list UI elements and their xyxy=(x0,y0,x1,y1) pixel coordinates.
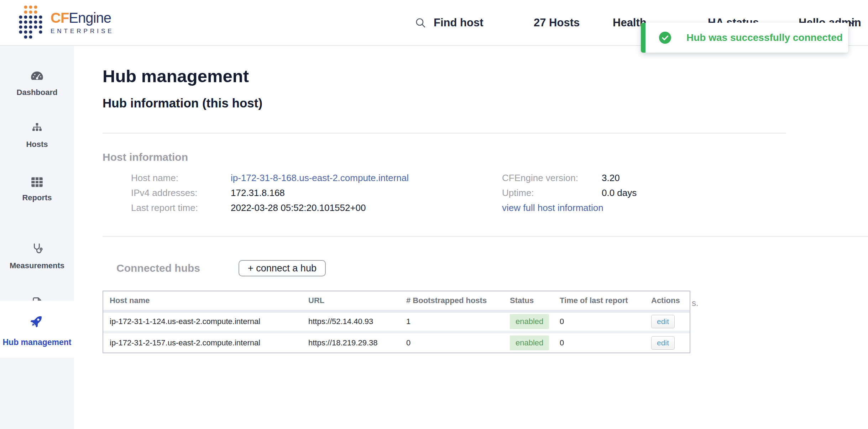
host-name-link[interactable]: ip-172-31-8-168.us-east-2.compute.intern… xyxy=(231,173,409,183)
edit-button[interactable]: edit xyxy=(651,336,675,350)
uptime-value: 0.0 days xyxy=(602,185,637,200)
cfengine-logo-text: CFEngine ENTERPRISE xyxy=(51,10,114,35)
main-content: Hub management Hub information (this hos… xyxy=(74,46,868,429)
check-circle-icon xyxy=(659,31,671,44)
edit-button[interactable]: edit xyxy=(651,315,675,328)
cell-url: https://18.219.29.38 xyxy=(302,332,400,353)
cfengine-version-value: 3.20 xyxy=(602,170,637,185)
reports-icon xyxy=(31,177,43,187)
toast-notification: Hub was successfully connected xyxy=(641,23,848,53)
hub-management-icon xyxy=(30,313,45,328)
host-information-heading: Host information xyxy=(103,151,868,164)
col-status: Status xyxy=(503,291,553,311)
hosts-icon xyxy=(31,123,43,134)
cell-url: https://52.14.40.93 xyxy=(302,311,400,332)
cfengine-logo[interactable]: CFEngine ENTERPRISE xyxy=(19,5,114,40)
table-row: ip-172-31-2-157.us-east-2.compute.intern… xyxy=(103,332,690,353)
cell-last-report: 0 xyxy=(553,311,645,332)
connect-a-hub-button[interactable]: + connect a hub xyxy=(239,260,326,276)
cell-bootstrapped: 1 xyxy=(400,311,503,332)
stray-text-fragment: s. xyxy=(692,298,699,308)
sidebar-item-label: Hosts xyxy=(26,140,48,149)
cell-bootstrapped: 0 xyxy=(400,332,503,353)
cell-host-name: ip-172-31-2-157.us-east-2.compute.intern… xyxy=(103,332,302,353)
connected-hubs-header-row: Connected hubs + connect a hub xyxy=(103,260,868,276)
sidebar-item-label: Reports xyxy=(22,193,52,202)
sidebar-item-reports[interactable]: Reports xyxy=(0,177,74,202)
hosts-count-label: 27 Hosts xyxy=(534,16,580,29)
sidebar-item-label: Hub management xyxy=(3,336,72,348)
cfengine-logo-mark-icon xyxy=(19,5,43,40)
logo-engine: Engine xyxy=(69,10,111,26)
page-title: Hub management xyxy=(103,66,868,86)
host-name-label: Host name: xyxy=(131,170,231,185)
logo-enterprise: ENTERPRISE xyxy=(51,28,114,35)
table-header-row: Host name URL # Bootstrapped hosts Statu… xyxy=(103,291,690,311)
col-url: URL xyxy=(302,291,400,311)
table-row: ip-172-31-1-124.us-east-2.compute.intern… xyxy=(103,311,690,332)
sidebar-item-measurements[interactable]: Measurements xyxy=(0,243,74,270)
host-info-right: CFEngine version: 3.20 Uptime: 0.0 days … xyxy=(502,170,637,215)
col-bootstrapped-hosts: # Bootstrapped hosts xyxy=(400,291,503,311)
hosts-count-button[interactable]: 27 Hosts xyxy=(534,0,580,45)
status-badge: enabled xyxy=(510,314,549,329)
cfengine-version-label: CFEngine version: xyxy=(502,170,602,185)
sidebar-item-hub-management[interactable]: Hub management xyxy=(0,301,74,358)
cell-last-report: 0 xyxy=(553,332,645,353)
col-time-of-last-report: Time of last report xyxy=(553,291,645,311)
divider xyxy=(103,133,786,134)
chevron-down-icon[interactable] xyxy=(847,17,857,27)
find-host-label: Find host xyxy=(434,16,483,29)
col-host-name: Host name xyxy=(103,291,302,311)
dashboard-icon xyxy=(30,71,44,82)
connected-hubs-heading: Connected hubs xyxy=(116,262,200,275)
find-host-button[interactable]: Find host xyxy=(414,0,483,45)
connected-hubs-table: Host name URL # Bootstrapped hosts Statu… xyxy=(103,291,690,353)
status-badge: enabled xyxy=(510,335,549,350)
page-subtitle: Hub information (this host) xyxy=(103,96,868,111)
toast-message: Hub was successfully connected xyxy=(686,32,843,43)
sidebar-item-label: Measurements xyxy=(10,261,64,270)
measurements-icon xyxy=(31,243,43,255)
cell-host-name: ip-172-31-1-124.us-east-2.compute.intern… xyxy=(103,311,302,332)
sidebar-item-hosts[interactable]: Hosts xyxy=(0,123,74,149)
ipv4-label: IPv4 addresses: xyxy=(131,185,231,200)
sidebar: Dashboard Hosts xyxy=(0,46,74,429)
host-info-left: Host name: ip-172-31-8-168.us-east-2.com… xyxy=(131,170,868,215)
col-actions: Actions xyxy=(645,291,690,311)
toast-accent-bar xyxy=(641,23,645,53)
host-information-section: Host name: ip-172-31-8-168.us-east-2.com… xyxy=(103,170,868,215)
logo-cf: CF xyxy=(51,10,69,26)
last-report-label: Last report time: xyxy=(131,200,231,215)
search-icon xyxy=(414,17,427,29)
sidebar-item-dashboard[interactable]: Dashboard xyxy=(0,71,74,97)
sidebar-item-label: Dashboard xyxy=(17,88,58,97)
uptime-label: Uptime: xyxy=(502,185,602,200)
page: CFEngine ENTERPRISE Find host 27 Hosts H… xyxy=(0,0,868,429)
view-full-host-info-link[interactable]: view full host information xyxy=(502,200,637,215)
divider xyxy=(103,236,868,237)
